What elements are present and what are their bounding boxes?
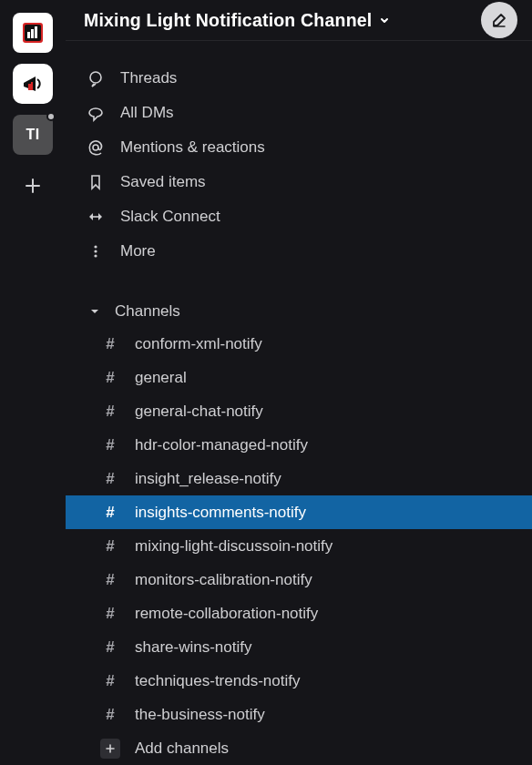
channel-label: hdr-color-managed-notify bbox=[135, 436, 308, 454]
nav-dms-label: All DMs bbox=[120, 104, 174, 122]
connect-icon bbox=[86, 208, 106, 226]
hash-icon: # bbox=[100, 470, 120, 488]
channel-item[interactable]: #mixing-light-discussoin-notify bbox=[66, 529, 532, 563]
channel-label: insight_release-notify bbox=[135, 470, 281, 488]
nav-more-label: More bbox=[120, 242, 156, 260]
sidebar-header: Mixing Light Notification Channel bbox=[66, 0, 532, 41]
channel-item[interactable]: #general-chat-notify bbox=[66, 394, 532, 428]
svg-point-10 bbox=[94, 250, 97, 252]
channel-item[interactable]: #share-wins-notify bbox=[66, 630, 532, 664]
channel-label: insights-comments-notify bbox=[135, 504, 306, 522]
channel-label: techniques-trends-notify bbox=[135, 672, 300, 690]
hash-icon: # bbox=[100, 403, 120, 421]
at-icon bbox=[86, 138, 106, 157]
nav-more[interactable]: More bbox=[66, 234, 532, 269]
hash-icon: # bbox=[100, 335, 120, 353]
hash-icon: # bbox=[100, 436, 120, 454]
channel-item[interactable]: #remote-collaboration-notify bbox=[66, 597, 532, 630]
nav-section: Threads All DMs Mentions & reactions bbox=[66, 41, 532, 765]
workspace-switcher-1[interactable] bbox=[13, 13, 53, 53]
hash-icon: # bbox=[100, 672, 120, 690]
channel-item[interactable]: #insights-comments-notify bbox=[66, 495, 532, 529]
caret-down-icon bbox=[87, 307, 102, 316]
workspace-title: Mixing Light Notification Channel bbox=[84, 10, 372, 31]
channel-label: monitors-calibration-notify bbox=[135, 571, 312, 589]
plus-box-icon bbox=[100, 739, 120, 759]
nav-threads-label: Threads bbox=[120, 69, 177, 87]
channel-label: remote-collaboration-notify bbox=[135, 605, 318, 623]
svg-rect-5 bbox=[28, 84, 31, 90]
sidebar-main: Mixing Light Notification Channel Thread… bbox=[66, 0, 532, 765]
add-workspace-button[interactable] bbox=[13, 166, 53, 206]
nav-slack-connect[interactable]: Slack Connect bbox=[66, 199, 532, 234]
channel-label: conform-xml-notify bbox=[135, 335, 262, 353]
channel-item[interactable]: #conform-xml-notify bbox=[66, 327, 532, 361]
workspace-switcher-2[interactable] bbox=[13, 64, 53, 104]
hash-icon: # bbox=[100, 571, 120, 589]
channels-section: Channels #conform-xml-notify#general#gen… bbox=[66, 296, 532, 765]
nav-dms[interactable]: All DMs bbox=[66, 96, 532, 130]
compose-icon bbox=[490, 11, 508, 29]
workspace-title-button[interactable]: Mixing Light Notification Channel bbox=[84, 10, 481, 31]
more-icon bbox=[86, 242, 106, 260]
megaphone-logo-icon bbox=[19, 70, 46, 97]
hash-icon: # bbox=[100, 638, 120, 657]
nav-saved-label: Saved items bbox=[120, 173, 206, 191]
channel-item[interactable]: #the-business-notify bbox=[66, 698, 532, 731]
workspace-logo-icon bbox=[21, 21, 45, 45]
hash-icon: # bbox=[100, 706, 120, 724]
channels-section-label: Channels bbox=[115, 302, 180, 321]
svg-rect-2 bbox=[27, 32, 30, 38]
bookmark-icon bbox=[86, 173, 106, 191]
threads-icon bbox=[86, 69, 106, 87]
workspace-3-label: TI bbox=[26, 127, 39, 143]
channel-item[interactable]: #hdr-color-managed-notify bbox=[66, 428, 532, 462]
nav-mentions-label: Mentions & reactions bbox=[120, 138, 265, 157]
nav-connect-label: Slack Connect bbox=[120, 208, 220, 226]
channel-label: general-chat-notify bbox=[135, 403, 263, 421]
chevron-down-icon bbox=[379, 15, 390, 26]
channel-item[interactable]: #techniques-trends-notify bbox=[66, 664, 532, 698]
unread-dot-icon bbox=[46, 112, 56, 121]
add-channels-button[interactable]: Add channels bbox=[66, 731, 532, 765]
channel-item[interactable]: #monitors-calibration-notify bbox=[66, 563, 532, 597]
nav-threads[interactable]: Threads bbox=[66, 61, 532, 96]
hash-icon: # bbox=[100, 537, 120, 556]
channel-item[interactable]: #general bbox=[66, 361, 532, 394]
add-channels-label: Add channels bbox=[135, 740, 229, 758]
channel-label: general bbox=[135, 369, 187, 387]
svg-rect-4 bbox=[35, 26, 37, 38]
channel-label: the-business-notify bbox=[135, 706, 265, 724]
plus-icon bbox=[24, 177, 42, 195]
hash-icon: # bbox=[100, 605, 120, 623]
hash-icon: # bbox=[100, 369, 120, 387]
compose-button[interactable] bbox=[481, 2, 517, 38]
svg-point-11 bbox=[94, 254, 97, 257]
workspace-rail: TI bbox=[0, 0, 66, 765]
svg-point-8 bbox=[93, 145, 98, 150]
svg-rect-3 bbox=[31, 29, 34, 38]
channel-list: #conform-xml-notify#general#general-chat… bbox=[66, 327, 532, 731]
hash-icon: # bbox=[100, 504, 120, 522]
channels-section-header[interactable]: Channels bbox=[66, 296, 532, 327]
nav-saved[interactable]: Saved items bbox=[66, 165, 532, 199]
workspace-switcher-3[interactable]: TI bbox=[13, 115, 53, 155]
channel-item[interactable]: #insight_release-notify bbox=[66, 462, 532, 495]
svg-point-7 bbox=[90, 72, 101, 83]
svg-rect-6 bbox=[31, 82, 33, 90]
dms-icon bbox=[86, 104, 106, 122]
svg-point-9 bbox=[94, 245, 97, 248]
nav-mentions[interactable]: Mentions & reactions bbox=[66, 130, 532, 165]
channel-label: mixing-light-discussoin-notify bbox=[135, 537, 332, 556]
channel-label: share-wins-notify bbox=[135, 638, 252, 657]
